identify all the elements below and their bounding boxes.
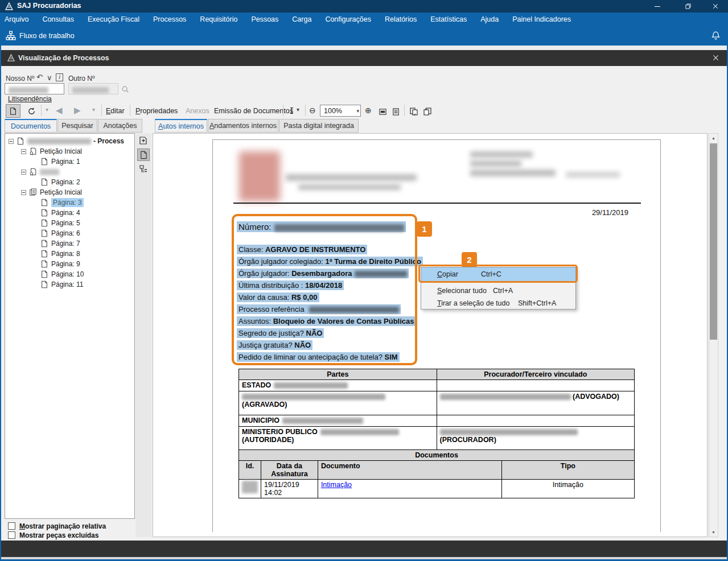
zoom-in-icon[interactable]: ⊕: [365, 106, 372, 115]
tree-item-redacted[interactable]: [21, 167, 59, 177]
tree-item-pagina-10[interactable]: Página: 10: [40, 269, 84, 279]
editar-button[interactable]: Editar: [106, 107, 125, 115]
menu-consultas[interactable]: Consultas: [42, 15, 74, 23]
orgao-julgador-line[interactable]: Órgão julgador: Desembargadora: [237, 269, 409, 278]
tree-item-pagina-6[interactable]: Página: 6: [40, 228, 80, 238]
tree-item-pagina-3[interactable]: Página: 3: [40, 197, 84, 208]
justica-gratuita-line[interactable]: Justiça gratuita? NÃO: [237, 340, 312, 350]
processo-referencia-line[interactable]: Processo referência: [237, 304, 401, 314]
tree-root[interactable]: - Process: [9, 136, 124, 146]
zoom-combobox[interactable]: 100% ▾: [320, 105, 361, 117]
tree-item-pagina-1[interactable]: Página: 1: [40, 156, 80, 167]
valor-causa-line[interactable]: Valor da causa: R$ 0,00: [237, 292, 319, 302]
tab-autos-internos[interactable]: Autos internos: [155, 119, 207, 133]
scroll-up-icon[interactable]: ▲: [709, 134, 718, 142]
scroll-thumb[interactable]: [710, 143, 717, 340]
info-icon[interactable]: i: [56, 73, 63, 81]
partes-header: Partes: [239, 369, 437, 380]
tipo-header: Tipo: [501, 461, 634, 480]
menu-requisitorio[interactable]: Requisitório: [200, 15, 237, 23]
menu-processos[interactable]: Processos: [153, 15, 186, 23]
tree-item-peticao-1[interactable]: Petição Inicial: [21, 146, 82, 156]
ultima-distribuicao-line[interactable]: Última distribuição : 18/04/2018: [237, 280, 344, 290]
viewer-close-icon[interactable]: [712, 54, 719, 61]
close-button[interactable]: [706, 0, 725, 13]
callout-badge-2: 2: [462, 252, 477, 267]
tree-item-pagina-11[interactable]: Página: 11: [40, 279, 84, 290]
intimacao-link[interactable]: Intimação: [321, 481, 352, 489]
chevron-down-icon[interactable]: ∨: [47, 73, 52, 82]
pedido-liminar-line[interactable]: Pedido de liminar ou antecipação de tute…: [237, 352, 400, 362]
segredo-justica-line[interactable]: Segredo de justiça? NÃO: [237, 328, 324, 338]
litispendencia-link[interactable]: Litispendência: [8, 95, 52, 103]
fit-page-button[interactable]: [389, 105, 402, 118]
tab-andamentos-internos[interactable]: Andamentos internos: [208, 119, 278, 133]
nosso-numero-input[interactable]: [5, 83, 64, 94]
tree-item-peticao-2[interactable]: Petição Inicial: [21, 187, 82, 197]
workflow-button[interactable]: Fluxo de trabalho: [19, 32, 75, 40]
menu-arquivo[interactable]: Arquivo: [5, 15, 28, 23]
context-menu-selecionar-tudo[interactable]: Selecionar tudo Ctrl+A: [421, 285, 575, 298]
add-page-button[interactable]: [137, 134, 150, 147]
dropdown-icon[interactable]: ▾: [356, 108, 359, 114]
bell-icon[interactable]: [711, 31, 721, 40]
tab-pesquisar[interactable]: Pesquisar: [57, 119, 97, 133]
scroll-down-icon[interactable]: ▼: [709, 528, 718, 537]
tree-structure-button[interactable]: [137, 163, 150, 175]
undo-icon[interactable]: ↶: [36, 73, 43, 81]
mostrar-pecas-checkbox[interactable]: [8, 531, 15, 539]
fit-width-button[interactable]: [376, 105, 389, 118]
next-page-icon[interactable]: ▶: [74, 105, 81, 116]
menu-relatorios[interactable]: Relatórios: [385, 15, 417, 23]
import-pages-button[interactable]: [421, 105, 434, 118]
orgao-colegiado-line[interactable]: Órgão julgador colegiado: 1ª Turma de Di…: [237, 257, 423, 266]
tab-anotacoes[interactable]: Anotações: [98, 119, 142, 133]
refresh-button[interactable]: [24, 104, 39, 118]
context-menu-tirar-selecao[interactable]: Tirar a seleção de tudo Shift+Ctrl+A: [421, 298, 575, 310]
propriedades-button[interactable]: Propriedades: [135, 107, 178, 115]
redacted-letterhead-line: [286, 174, 417, 181]
assuntos-line[interactable]: Assuntos: Bloqueio de Valores de Contas …: [237, 316, 416, 326]
restore-button[interactable]: [678, 0, 698, 13]
text-select-icon[interactable]: [288, 106, 295, 115]
dropdown-icon[interactable]: ▾: [92, 106, 95, 113]
dropdown-icon[interactable]: ▾: [297, 106, 299, 113]
tree-item-pagina-2[interactable]: Página: 2: [40, 177, 80, 187]
tree-item-pagina-9[interactable]: Página: 9: [40, 259, 80, 269]
tab-pasta-digital[interactable]: Pasta digital integrada: [279, 119, 359, 133]
document-vertical-scrollbar[interactable]: ▲ ▼: [709, 133, 718, 537]
menu-carga[interactable]: Carga: [292, 15, 311, 23]
classe-line[interactable]: Classe: AGRAVO DE INSTRUMENTO: [237, 245, 367, 254]
tree-item-pagina-4[interactable]: Página: 4: [40, 208, 80, 218]
tree-item-pagina-5[interactable]: Página: 5: [40, 218, 80, 228]
tree-item-pagina-8[interactable]: Página: 8: [40, 249, 80, 259]
numero-line[interactable]: Número:: [237, 221, 406, 232]
menu-painel-indicadores[interactable]: Painel Indicadores: [512, 15, 571, 23]
collapse-icon[interactable]: [21, 190, 26, 195]
menu-execucao-fiscal[interactable]: Execução Fiscal: [88, 15, 139, 23]
menu-ajuda[interactable]: Ajuda: [480, 15, 499, 23]
collapse-icon[interactable]: [21, 149, 26, 154]
menu-estatisticas[interactable]: Estatísticas: [430, 15, 467, 23]
view-document-button[interactable]: [6, 104, 20, 118]
minimize-button[interactable]: [648, 0, 667, 13]
export-pages-button[interactable]: [407, 105, 420, 118]
emissao-documentos-button[interactable]: Emissão de Documentos: [214, 107, 293, 115]
previous-page-icon[interactable]: ◀: [56, 105, 63, 116]
search-icon[interactable]: [121, 85, 129, 93]
anexos-button[interactable]: Anexos: [186, 107, 209, 115]
title-bar: SAJ Procuradorias: [0, 0, 728, 13]
tree-item-pagina-7[interactable]: Página: 7: [40, 238, 80, 249]
zoom-out-icon[interactable]: ⊖: [309, 106, 316, 115]
dropdown-icon[interactable]: ▾: [46, 106, 48, 113]
outro-numero-input[interactable]: [68, 83, 118, 94]
menu-pessoas[interactable]: Pessoas: [251, 15, 278, 23]
context-menu-copiar[interactable]: Copiar Ctrl+C: [421, 267, 575, 282]
collapse-icon[interactable]: [21, 170, 26, 175]
collapse-icon[interactable]: [9, 139, 14, 144]
tab-documentos[interactable]: Documentos: [5, 119, 57, 133]
single-page-view-button[interactable]: [137, 148, 150, 161]
letterhead-divider: [233, 203, 641, 204]
menu-configuracoes[interactable]: Configurações: [325, 15, 371, 23]
mostrar-paginacao-checkbox[interactable]: [8, 522, 15, 530]
